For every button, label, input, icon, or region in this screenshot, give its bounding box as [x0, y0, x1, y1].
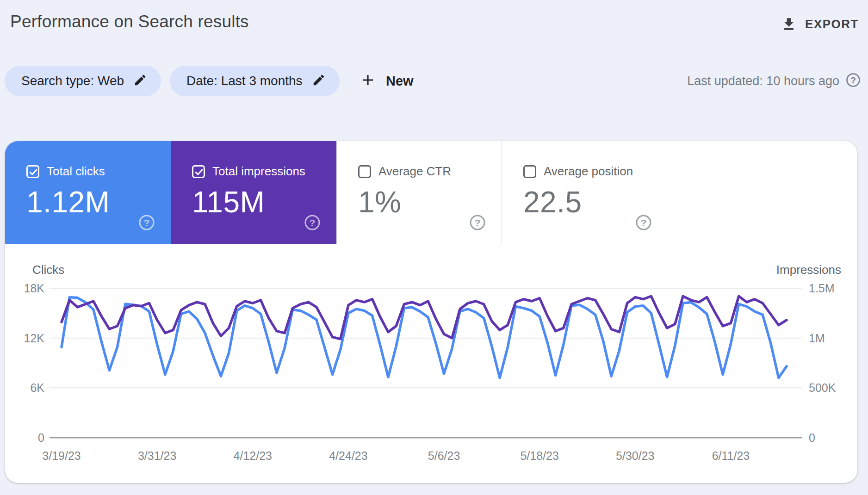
edit-pencil-icon [312, 73, 326, 89]
plus-icon [359, 71, 377, 91]
help-circle-icon[interactable]: ? [846, 73, 861, 89]
search-type-chip-label: Search type: Web [21, 74, 124, 88]
tile-head: Average position [523, 164, 668, 179]
help-circle-icon: ? [138, 214, 155, 231]
tile-label: Total clicks [47, 164, 105, 179]
page-title: Performance on Search results [10, 12, 249, 31]
total-impressions-checkbox[interactable] [192, 165, 205, 178]
metric-tile-total-impressions[interactable]: Total impressions 115M ? [171, 141, 336, 244]
last-updated-text: Last updated: 10 hours ago [687, 74, 839, 88]
filter-row: Search type: Web Date: Last 3 months New… [0, 66, 868, 96]
svg-text:?: ? [144, 217, 150, 228]
metric-tile-total-clicks[interactable]: Total clicks 1.12M ? [5, 141, 171, 244]
search-type-chip[interactable]: Search type: Web [5, 66, 161, 96]
performance-card: Total clicks 1.12M ? Total impressions 1… [5, 141, 857, 483]
help-circle-icon[interactable]: ? [469, 214, 486, 233]
date-range-chip[interactable]: Date: Last 3 months [170, 66, 340, 96]
help-circle-icon: ? [304, 214, 321, 231]
metric-tile-average-position[interactable]: Average position 22.5 ? [502, 141, 668, 244]
tile-label: Average position [544, 164, 633, 179]
help-circle-icon: ? [635, 214, 652, 231]
left-axis-title: Clicks [32, 263, 64, 277]
help-circle-icon[interactable]: ? [138, 214, 155, 233]
export-button[interactable]: EXPORT [778, 10, 862, 38]
tile-label: Total impressions [212, 164, 305, 179]
tile-head: Total clicks [26, 164, 171, 179]
metric-tile-average-ctr[interactable]: Average CTR 1% ? [336, 141, 502, 244]
download-icon [781, 16, 797, 32]
svg-text:?: ? [475, 217, 481, 228]
tile-head: Average CTR [358, 164, 502, 179]
average-position-checkbox[interactable] [523, 165, 536, 178]
tile-head: Total impressions [192, 164, 336, 179]
new-filter-button[interactable]: New [354, 66, 418, 96]
edit-pencil-icon [133, 73, 147, 89]
help-circle-icon[interactable]: ? [635, 214, 652, 233]
export-label: EXPORT [805, 17, 859, 31]
svg-text:?: ? [310, 217, 316, 228]
total-clicks-checkbox[interactable] [26, 165, 39, 178]
tiles-divider [5, 244, 675, 244]
tile-label: Average CTR [378, 164, 451, 179]
date-range-chip-label: Date: Last 3 months [186, 74, 303, 88]
average-ctr-checkbox[interactable] [358, 165, 371, 178]
help-circle-icon[interactable]: ? [304, 214, 321, 233]
help-circle-icon: ? [469, 214, 486, 231]
performance-page: Performance on Search results EXPORT Sea… [0, 0, 868, 495]
metric-tiles: Total clicks 1.12M ? Total impressions 1… [5, 141, 857, 244]
last-updated: Last updated: 10 hours ago ? [687, 66, 861, 96]
right-axis-title: Impressions [776, 263, 841, 277]
svg-text:?: ? [641, 217, 647, 228]
svg-text:?: ? [850, 75, 856, 85]
top-bar: Performance on Search results EXPORT [0, 0, 868, 52]
new-filter-label: New [386, 74, 414, 89]
header-divider [0, 52, 868, 52]
